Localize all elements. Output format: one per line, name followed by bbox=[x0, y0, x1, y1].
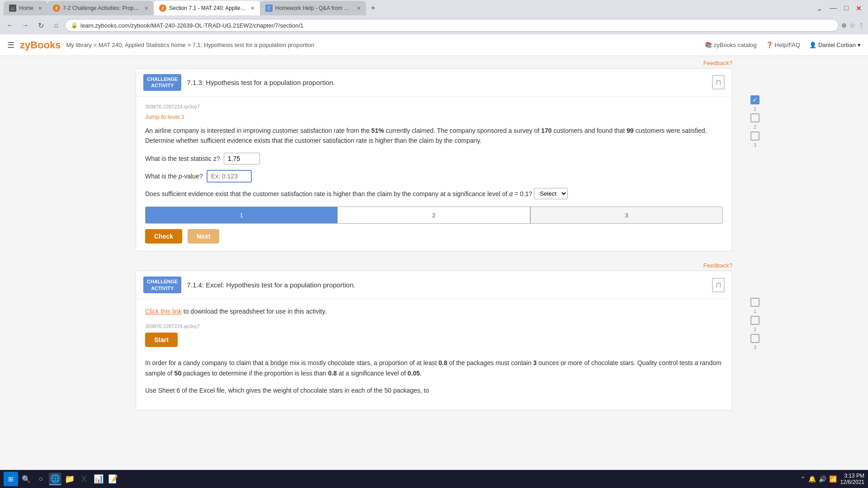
help-label: Help/FAQ bbox=[775, 42, 800, 48]
side-cb-3-num: 3 bbox=[754, 142, 756, 148]
challenge-body-2: Click this link to download the spreadsh… bbox=[136, 299, 732, 410]
taskbar-clock: 3:13 PM 12/6/2021 bbox=[840, 473, 864, 485]
new-tab-button[interactable]: + bbox=[368, 4, 378, 13]
side-cb-2-1-num: 1 bbox=[754, 309, 756, 314]
taskbar-explorer-icon[interactable]: 📁 bbox=[63, 473, 76, 485]
app-header: ☰ zyBooks My library > MAT 240: Applied … bbox=[0, 34, 868, 56]
chevron-up-icon[interactable]: ⌃ bbox=[800, 475, 806, 483]
catalog-icon: 📚 bbox=[705, 42, 712, 48]
p-value-row: What is the p-value? bbox=[145, 170, 723, 183]
progress-seg-3[interactable]: 3 bbox=[530, 207, 722, 223]
taskbar-time-text: 3:13 PM bbox=[840, 473, 864, 479]
windows-icon: ⊞ bbox=[8, 475, 14, 483]
side-cb-2-2-num: 2 bbox=[754, 327, 756, 332]
tab-minimize-icon[interactable]: ⌄ bbox=[814, 4, 825, 13]
taskbar-search-icon[interactable]: 🔍 bbox=[20, 473, 33, 485]
click-link-row: Click this link to download the spreadsh… bbox=[145, 306, 723, 316]
app-logo: zyBooks bbox=[20, 39, 61, 51]
address-text: learn.zybooks.com/zybook/MAT-240-J2639-O… bbox=[80, 22, 833, 29]
feedback-top-link[interactable]: Feedback? bbox=[136, 56, 732, 68]
tab-challenge[interactable]: Z 7-2 Challenge Activities: Proport... ✕ bbox=[47, 1, 154, 15]
wifi-icon[interactable]: 📶 bbox=[829, 475, 837, 483]
address-box[interactable]: 🔒 learn.zybooks.com/zybook/MAT-240-J2639… bbox=[65, 19, 839, 32]
progress-seg-1[interactable]: 1 bbox=[146, 207, 337, 223]
user-button[interactable]: 👤 Daniel Corban ▾ bbox=[809, 42, 861, 48]
download-link[interactable]: Click this link bbox=[145, 308, 182, 315]
tab-section-close[interactable]: ✕ bbox=[250, 5, 255, 11]
p-value-label: What is the p-value? bbox=[145, 173, 203, 180]
main-content: Feedback? CHALLENGE ACTIVITY 7.1.3: Hypo… bbox=[0, 56, 868, 470]
taskbar-excel-icon[interactable]: X bbox=[78, 473, 90, 485]
user-label: Daniel Corban bbox=[818, 42, 856, 48]
tab-homework-label: Homework Help - Q&A from On... bbox=[275, 5, 352, 11]
catalog-button[interactable]: 📚 zyBooks catalog bbox=[705, 42, 757, 48]
section-favicon: Z bbox=[159, 5, 166, 12]
address-bar-row: ← → ↻ ⌂ 🔒 learn.zybooks.com/zybook/MAT-2… bbox=[0, 16, 868, 34]
side-cb-3[interactable] bbox=[750, 131, 760, 141]
taskbar-app2-icon[interactable]: 📝 bbox=[107, 473, 119, 485]
tab-section-label: Section 7.1 - MAT 240: Applied S... bbox=[169, 5, 246, 11]
settings-icon[interactable]: ⋮ bbox=[858, 22, 864, 29]
challenge-favicon: Z bbox=[53, 5, 60, 12]
bookmark-button-1[interactable]: ⊓ bbox=[712, 75, 725, 89]
progress-seg-2[interactable]: 2 bbox=[337, 207, 530, 223]
question-id-2: 359870.2287224.qx3oy7 bbox=[145, 324, 723, 329]
user-icon: 👤 bbox=[809, 42, 816, 48]
taskbar-cortana-icon[interactable]: ○ bbox=[34, 473, 47, 485]
homework-favicon: C bbox=[265, 5, 273, 12]
start-button[interactable]: Start bbox=[145, 333, 178, 347]
test-statistic-label: What is the test statistic z? bbox=[145, 155, 220, 162]
bookmark-button-2[interactable]: ⊓ bbox=[712, 278, 725, 292]
side-cb-2-1[interactable] bbox=[750, 298, 760, 307]
side-cb-2-2[interactable] bbox=[750, 316, 760, 325]
hamburger-icon[interactable]: ☰ bbox=[7, 40, 14, 50]
tab-restore-icon[interactable]: — bbox=[827, 4, 840, 13]
tab-homework[interactable]: C Homework Help - Q&A from On... ✕ bbox=[260, 1, 366, 15]
tab-section[interactable]: Z Section 7.1 - MAT 240: Applied S... ✕ bbox=[154, 1, 260, 15]
tab-close-icon[interactable]: ✕ bbox=[853, 4, 864, 13]
system-tray-icons: ⌃ 🔔 🔊 📶 bbox=[800, 475, 837, 483]
taskbar-chrome-icon[interactable]: 🌐 bbox=[49, 473, 61, 485]
reload-button[interactable]: ↻ bbox=[34, 19, 47, 32]
forward-button[interactable]: → bbox=[19, 19, 32, 32]
tab-homework-close[interactable]: ✕ bbox=[357, 5, 361, 11]
home-button[interactable]: ⌂ bbox=[50, 19, 62, 32]
side-cb-2-3[interactable] bbox=[750, 334, 760, 343]
taskbar-right: ⌃ 🔔 🔊 📶 3:13 PM 12/6/2021 bbox=[800, 473, 864, 485]
side-cb-2[interactable] bbox=[750, 113, 760, 122]
volume-icon[interactable]: 🔊 bbox=[819, 475, 826, 483]
question-id-1: 359870.2287224.qx3oy7 bbox=[145, 104, 723, 109]
challenge-body-1: 359870.2287224.qx3oy7 Jump to level 1 An… bbox=[136, 97, 732, 251]
back-button[interactable]: ← bbox=[4, 19, 16, 32]
tab-challenge-close[interactable]: ✕ bbox=[144, 5, 148, 11]
taskbar: ⊞ 🔍 ○ 🌐 📁 X 📊 📝 ⌃ 🔔 🔊 📶 3:13 PM 12/6/202… bbox=[0, 470, 868, 488]
tab-home-close[interactable]: ✕ bbox=[38, 5, 42, 11]
check-button-1[interactable]: Check bbox=[145, 229, 182, 244]
extensions-icon[interactable]: ⊕ bbox=[841, 22, 847, 29]
help-button[interactable]: ❓ Help/FAQ bbox=[766, 42, 800, 48]
test-statistic-input[interactable] bbox=[224, 153, 260, 164]
side-cb-2-3-num: 3 bbox=[754, 345, 756, 350]
bookmark-icon[interactable]: ☆ bbox=[849, 22, 855, 29]
challenge-header-2: CHALLENGE ACTIVITY 7.1.4: Excel: Hypothe… bbox=[136, 271, 732, 299]
side-cb-1-checked[interactable]: ✓ bbox=[750, 95, 760, 104]
evidence-select[interactable]: Select Yes No bbox=[534, 188, 568, 199]
taskbar-app1-icon[interactable]: 📊 bbox=[92, 473, 105, 485]
challenge-title-2: 7.1.4: Excel: Hypothesis test for a popu… bbox=[187, 281, 707, 289]
jump-to-level-link[interactable]: Jump to level 1 bbox=[145, 113, 184, 120]
question-text-1: An airline company is interested in impr… bbox=[145, 126, 723, 146]
side-cb-2-num: 2 bbox=[754, 124, 756, 130]
challenge-header-1: CHALLENGE ACTIVITY 7.1.3: Hypothesis tes… bbox=[136, 69, 732, 97]
tab-expand-icon[interactable]: □ bbox=[841, 4, 851, 13]
breadcrumb: My library > MAT 240: Applied Statistics… bbox=[66, 42, 314, 48]
tab-home[interactable]: ⌂ Home ✕ bbox=[4, 1, 47, 15]
notification-icon[interactable]: 🔔 bbox=[808, 475, 816, 483]
start-menu-button[interactable]: ⊞ bbox=[4, 472, 18, 486]
challenge-card-1: CHALLENGE ACTIVITY 7.1.3: Hypothesis tes… bbox=[136, 68, 732, 251]
tab-home-label: Home bbox=[19, 5, 33, 11]
excel-instruction-text: Use Sheet 6 of the Excel file, which giv… bbox=[145, 385, 723, 395]
p-value-input[interactable] bbox=[207, 170, 252, 183]
feedback-bottom-link-1[interactable]: Feedback? bbox=[136, 258, 732, 271]
next-button-1[interactable]: Next bbox=[188, 229, 219, 244]
side-checkboxes-2: 1 2 3 bbox=[750, 298, 760, 350]
